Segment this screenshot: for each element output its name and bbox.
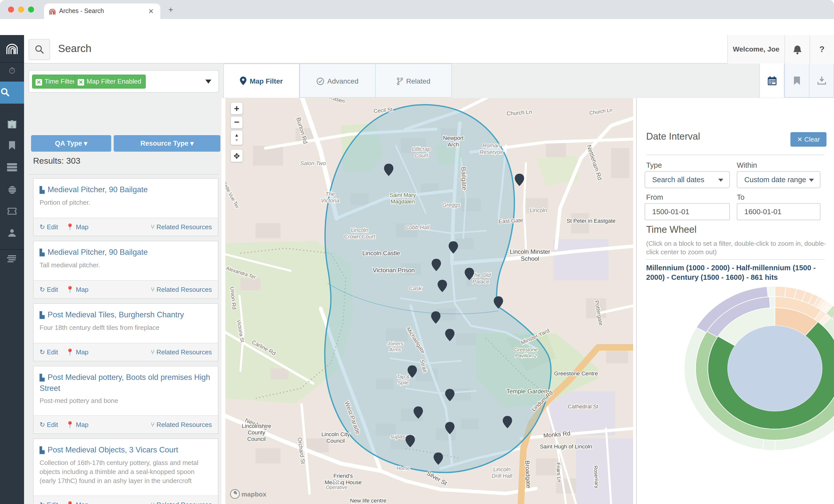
resource-icon: ▙ bbox=[40, 311, 45, 319]
wheel-center[interactable] bbox=[728, 326, 822, 411]
map-label: Greestone Centre bbox=[554, 370, 598, 376]
search-icon bbox=[35, 45, 45, 54]
edit-link[interactable]: ↻ Edit bbox=[40, 421, 58, 429]
result-actions: ↻ Edit 📍 Map ⑂ Related Resources bbox=[34, 280, 218, 298]
remove-chip-icon[interactable]: ✕ bbox=[78, 79, 84, 86]
result-actions: ↻ Edit 📍 Map ⑂ Related Resources bbox=[34, 218, 218, 236]
arches-logo[interactable] bbox=[5, 41, 19, 55]
browser-tabstrip: Arches - Search ✕ + bbox=[0, 0, 834, 19]
export-tool[interactable] bbox=[809, 64, 834, 98]
tab-related[interactable]: Related bbox=[376, 64, 452, 98]
map-label: Saint MaryMagdalen bbox=[390, 192, 416, 205]
filter-bar: ✕Time Filter ✕Map Filter Enabled Map Fil… bbox=[24, 64, 834, 98]
related-resources-link[interactable]: ⑂ Related Resources bbox=[151, 496, 212, 504]
wheel-segment[interactable] bbox=[762, 439, 775, 451]
map-label: RomanReservoir bbox=[480, 142, 504, 155]
close-window-button[interactable] bbox=[8, 6, 14, 13]
related-resources-link[interactable]: ⑂ Related Resources bbox=[151, 218, 212, 236]
result-card: ▙Medieval Pitcher, 90 Bailgate Tall medi… bbox=[33, 241, 218, 299]
map-label: Salon Two bbox=[300, 160, 326, 166]
result-card: ▙Medieval Pitcher, 90 Bailgate Portion o… bbox=[33, 178, 218, 236]
new-tab-button[interactable]: + bbox=[168, 5, 173, 15]
related-resources-link[interactable]: ⑂ Related Resources bbox=[151, 281, 212, 299]
resource-icon: ▙ bbox=[40, 249, 45, 256]
edit-link[interactable]: ↻ Edit bbox=[40, 501, 58, 504]
results-panel: QA Type ▾ Resource Type ▾ Results: 303 ▙… bbox=[24, 98, 221, 504]
result-card: ▙Post Medieval Tiles, Burghersh Chantry … bbox=[33, 303, 218, 361]
sidebar-item-bookmark[interactable] bbox=[0, 141, 24, 158]
search-button[interactable] bbox=[28, 39, 50, 60]
map-link[interactable]: 📍 Map bbox=[66, 286, 88, 293]
map-label: East Gate bbox=[498, 217, 523, 225]
remove-chip-icon[interactable]: ✕ bbox=[36, 79, 42, 86]
map-label: The OldPalace bbox=[471, 272, 491, 285]
map-label: Lincoln Castle bbox=[363, 250, 400, 256]
chip-map-filter[interactable]: ✕Map Filter Enabled bbox=[74, 74, 146, 89]
edit-link[interactable]: ↻ Edit bbox=[40, 286, 58, 293]
map-label: Cask bbox=[409, 285, 422, 292]
related-resources-link[interactable]: ⑂ Related Resources bbox=[151, 416, 212, 434]
sidebar-item-server[interactable] bbox=[0, 163, 24, 180]
tab-advanced[interactable]: Advanced bbox=[300, 64, 376, 98]
map-label: St Peter in Eastgate bbox=[567, 218, 616, 224]
sidebar-item-card[interactable] bbox=[0, 207, 24, 224]
resource-type-filter-button[interactable]: Resource Type ▾ bbox=[114, 135, 220, 152]
related-resources-link[interactable]: ⑂ Related Resources bbox=[151, 343, 212, 361]
qa-type-filter-button[interactable]: QA Type ▾ bbox=[31, 135, 111, 152]
welcome-user[interactable]: Welcome, Joe bbox=[727, 35, 784, 64]
sidebar-item-menu[interactable] bbox=[0, 255, 24, 272]
chip-time-filter[interactable]: ✕Time Filter bbox=[32, 74, 80, 89]
map-canvas[interactable]: Cecil StChurch LnChurch LnBurton RdRasen… bbox=[225, 98, 633, 504]
map-link[interactable]: 📍 Map bbox=[66, 421, 88, 429]
check-circle-icon bbox=[317, 77, 324, 85]
zoom-window-button[interactable] bbox=[28, 6, 34, 13]
tab-map-filter[interactable]: Map Filter bbox=[223, 64, 300, 98]
result-description: Post-med pottery and bone bbox=[40, 396, 212, 406]
wheel-segment[interactable] bbox=[769, 297, 775, 308]
map-label: Home bbox=[396, 465, 410, 471]
map-link[interactable]: 📍 Map bbox=[66, 348, 88, 356]
sidebar-item-globe[interactable] bbox=[0, 185, 24, 202]
time-filter-tool[interactable] bbox=[759, 64, 784, 98]
date-interval-panel: Date Interval ✕ Clear Type Within Search… bbox=[636, 98, 834, 504]
saved-searches-tool[interactable] bbox=[784, 64, 809, 98]
wheel-segment[interactable] bbox=[767, 286, 775, 297]
browser-tab[interactable]: Arches - Search ✕ bbox=[44, 3, 160, 19]
notifications-cell[interactable] bbox=[784, 35, 809, 64]
sidebar-item-resources[interactable]: 🏢 bbox=[0, 119, 24, 136]
result-card: ▙Post Medieval pottery, Boots old premis… bbox=[33, 366, 218, 434]
mapbox-logo: mapbox bbox=[229, 488, 275, 500]
result-description: Portion of pitcher. bbox=[40, 198, 212, 207]
map-compass-button[interactable]: ▲▼ bbox=[231, 130, 243, 145]
help-cell[interactable]: ? bbox=[809, 35, 834, 64]
active-filters-box[interactable]: ✕Time Filter ✕Map Filter Enabled bbox=[28, 70, 219, 93]
time-wheel-chart[interactable] bbox=[637, 98, 834, 504]
map-label: Friars Ln bbox=[555, 462, 562, 482]
minimize-window-button[interactable] bbox=[18, 6, 24, 13]
branch-icon bbox=[397, 77, 403, 85]
sidebar-item-search[interactable] bbox=[0, 82, 24, 104]
map-link[interactable]: 📍 Map bbox=[66, 223, 88, 231]
result-title[interactable]: ▙Medieval Pitcher, 90 Bailgate bbox=[40, 247, 212, 258]
wheel-segment[interactable] bbox=[775, 286, 786, 297]
map-link[interactable]: 📍 Map bbox=[66, 501, 88, 504]
filters-dropdown-caret[interactable] bbox=[205, 79, 212, 84]
tab-close-icon[interactable]: ✕ bbox=[148, 7, 154, 15]
sidebar-item-user[interactable] bbox=[0, 228, 24, 245]
map-zoom-in-button[interactable]: + bbox=[231, 102, 243, 115]
edit-link[interactable]: ↻ Edit bbox=[40, 348, 58, 356]
map-zoom-out-button[interactable]: − bbox=[231, 116, 243, 129]
download-icon bbox=[817, 77, 826, 85]
result-title[interactable]: ▙Medieval Pitcher, 90 Bailgate bbox=[40, 184, 212, 195]
edit-link[interactable]: ↻ Edit bbox=[40, 223, 58, 231]
result-title[interactable]: ▙Post Medieval pottery, Boots old premis… bbox=[40, 372, 212, 393]
result-description: Tall medieval pitcher. bbox=[40, 261, 212, 270]
map-label: Broadgate bbox=[524, 460, 532, 488]
map-label: LillicrapCourt bbox=[412, 146, 431, 159]
result-title[interactable]: ▙Post Medieval Tiles, Burghersh Chantry bbox=[40, 309, 212, 320]
result-title[interactable]: ▙Post Medieval Objects, 3 Vicars Court bbox=[40, 444, 212, 455]
map-fullscreen-button[interactable]: ✥ bbox=[231, 149, 243, 162]
search-input[interactable]: Search bbox=[58, 43, 91, 54]
sidebar-item-history[interactable]: ⏱ bbox=[0, 66, 24, 83]
resource-icon: ▙ bbox=[40, 186, 45, 194]
